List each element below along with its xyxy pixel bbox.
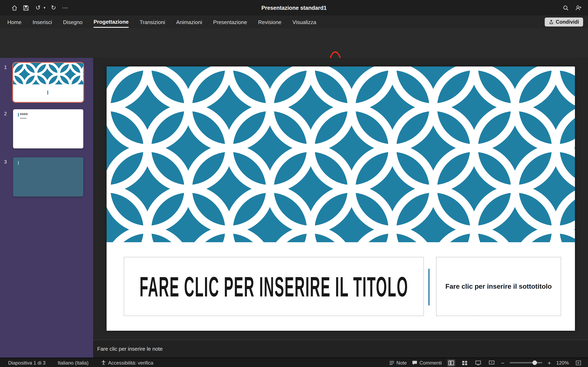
comments-icon [412,360,417,365]
share-button[interactable]: Condividi [545,17,583,26]
tab-progettazione[interactable]: Progettazione [94,16,129,27]
accessibility-status[interactable]: Accessibilità: verifica [101,360,153,366]
normal-view-icon [448,360,454,365]
ribbon-tab-bar: Home Inserisci Disegno Progettazione Tra… [0,16,588,28]
subtitle-placeholder[interactable]: Fare clic per inserire il sottotitolo [436,257,561,316]
app-window: ↺ ▾ ↻ ⋯ Presentazione standard1 Home Ins… [0,0,588,367]
slide-thumbnail-panel: 1 2 DDDD 3 [0,58,93,358]
slide-number: 1 [4,64,7,70]
share-user-icon[interactable] [575,4,582,11]
subtitle-placeholder-text: Fare clic per inserire il sottotitolo [442,283,555,290]
slide-thumbnail-2[interactable]: DDDD [13,109,83,149]
tab-home[interactable]: Home [7,17,21,27]
slide2-title-text: DDDD [20,113,28,115]
normal-view-button[interactable] [447,359,455,366]
zoom-level[interactable]: 120% [556,360,569,366]
tab-animazioni[interactable]: Animazioni [176,17,202,27]
document-title: Presentazione standard1 [0,0,588,16]
slide-editor-area: FARE CLIC PER INSERIRE IL TITOLO Fare cl… [93,58,588,340]
zoom-slider-knob[interactable] [532,360,537,365]
share-icon [549,20,554,25]
comments-toggle[interactable]: Commenti [412,360,442,366]
notes-placeholder-text: Fare clic per inserire le note [97,346,163,352]
title-placeholder[interactable]: FARE CLIC PER INSERIRE IL TITOLO [124,257,424,316]
fit-slide-button[interactable] [574,359,582,366]
text-cursor-mark [47,91,48,95]
slide-canvas[interactable]: FARE CLIC PER INSERIRE IL TITOLO Fare cl… [107,67,575,331]
tab-visualizza[interactable]: Visualizza [292,17,316,27]
notes-pane[interactable]: Fare clic per inserire le note [93,340,588,358]
zoom-in-button[interactable]: + [548,359,551,366]
slideshow-icon [489,360,494,365]
tab-presentazione[interactable]: Presentazione [213,17,247,27]
zoom-slider[interactable] [510,362,542,363]
slide-sorter-icon [462,360,467,365]
slide-thumbnail-1[interactable] [13,63,83,102]
tab-revisione[interactable]: Revisione [258,17,281,27]
slide-number: 3 [4,159,7,165]
titlebar: ↺ ▾ ↻ ⋯ Presentazione standard1 [0,0,588,16]
slide-sorter-view-button[interactable] [461,359,469,366]
tab-transizioni[interactable]: Transizioni [140,17,165,27]
notes-icon [389,360,394,365]
accessibility-icon [101,360,106,365]
design-ribbon: ‹ Aa Aa Aa Aa Aa Aa [0,28,588,58]
slide-thumbnail-3[interactable] [13,157,83,197]
reading-view-button[interactable] [474,359,482,366]
tab-disegno[interactable]: Disegno [63,17,82,27]
reading-view-icon [475,360,481,365]
title-placeholder-text: FARE CLIC PER INSERIRE IL TITOLO [139,270,408,303]
theme-pattern-graphic [107,67,575,242]
notes-toggle[interactable]: Note [389,360,407,366]
language-selector[interactable]: Italiano (Italia) [58,360,89,366]
share-button-label: Condividi [556,19,579,25]
slide-number: 2 [4,111,7,117]
tab-inserisci[interactable]: Inserisci [33,17,52,27]
fit-slide-icon [576,360,581,365]
search-icon[interactable] [562,4,569,11]
slideshow-view-button[interactable] [488,359,496,366]
zoom-out-button[interactable]: − [501,359,504,366]
slide-indicator: Diapositiva 1 di 3 [8,360,45,366]
status-bar: Diapositiva 1 di 3 Italiano (Italia) Acc… [0,358,588,367]
title-subtitle-divider [428,269,430,305]
